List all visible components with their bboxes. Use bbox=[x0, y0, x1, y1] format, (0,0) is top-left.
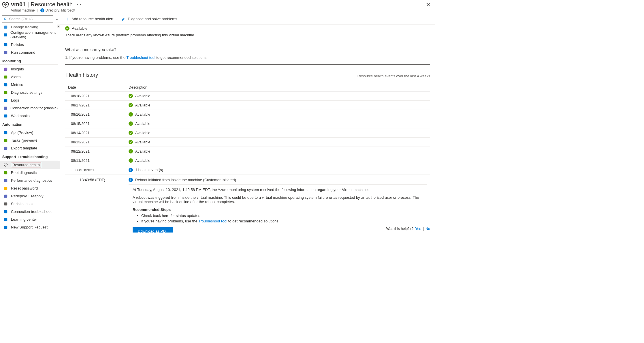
sidebar-item-label: Insights bbox=[11, 67, 24, 71]
directory-label: Directory: Microsoft bbox=[46, 8, 75, 12]
search-input[interactable] bbox=[9, 17, 51, 21]
svg-rect-5 bbox=[4, 51, 7, 54]
plus-icon bbox=[65, 17, 69, 21]
sidebar: « ▴ Change trackingConfiguration managem… bbox=[0, 14, 60, 233]
svg-rect-6 bbox=[4, 68, 7, 71]
status-description: There aren't any known Azure platform pr… bbox=[65, 33, 430, 37]
history-row[interactable]: 08/17/2021Available bbox=[65, 101, 430, 110]
sidebar-item-new-support[interactable]: New Support Request bbox=[0, 223, 60, 231]
download-pdf-button[interactable]: Download as PDF bbox=[133, 227, 173, 233]
nav-item-icon bbox=[3, 202, 8, 206]
history-status: Available bbox=[126, 138, 430, 147]
svg-rect-23 bbox=[4, 226, 7, 229]
check-icon bbox=[129, 149, 133, 153]
history-status: Available bbox=[126, 110, 430, 119]
chevron-down-icon: ⌄ bbox=[71, 168, 74, 172]
actions-heading: What actions can you take? bbox=[65, 47, 430, 52]
sidebar-item-logs[interactable]: Logs bbox=[0, 96, 60, 104]
close-button[interactable]: ✕ bbox=[424, 1, 432, 8]
sidebar-item-redeploy[interactable]: Redeploy + reapply bbox=[0, 192, 60, 200]
sidebar-item-api-preview[interactable]: Api (Preview) bbox=[0, 129, 60, 136]
history-row[interactable]: 08/11/2021Available bbox=[65, 156, 430, 165]
svg-rect-16 bbox=[4, 171, 7, 174]
event-paragraph-2: A reboot was triggered from inside the v… bbox=[133, 195, 427, 204]
history-summary: 1 health event(s) bbox=[135, 168, 163, 172]
sidebar-item-export-template[interactable]: Export template bbox=[0, 144, 60, 152]
recommended-steps-heading: Recommended Steps bbox=[133, 207, 427, 212]
nav-item-icon bbox=[3, 91, 8, 95]
history-date: 08/16/2021 bbox=[65, 110, 126, 119]
event-paragraph-1: At Tuesday, August 10, 2021, 1:49:58 PM … bbox=[133, 188, 427, 192]
history-row[interactable]: 08/15/2021Available bbox=[65, 119, 430, 128]
collapse-sidebar-button[interactable]: « bbox=[56, 17, 58, 21]
svg-rect-19 bbox=[4, 194, 7, 198]
nav-item-icon bbox=[3, 210, 8, 214]
history-row[interactable]: 08/14/2021Available bbox=[65, 128, 430, 138]
sidebar-search[interactable] bbox=[2, 15, 53, 23]
troubleshoot-tool-link[interactable]: Troubleshoot tool bbox=[198, 219, 227, 223]
sidebar-item-label: Workbooks bbox=[11, 114, 30, 118]
history-date: 08/13/2021 bbox=[65, 138, 126, 147]
sidebar-item-insights[interactable]: Insights bbox=[0, 65, 60, 73]
health-history-table: Date Description 08/18/2021Available08/1… bbox=[65, 83, 430, 175]
diagnose-solve-button[interactable]: Diagnose and solve problems bbox=[121, 17, 177, 21]
nav-item-icon bbox=[3, 186, 8, 190]
history-row-expanded[interactable]: ⌄08/10/2021i1 health event(s) bbox=[65, 165, 430, 175]
sidebar-nav[interactable]: Change trackingConfiguration management … bbox=[0, 25, 60, 233]
feedback-no-link[interactable]: No bbox=[425, 227, 430, 231]
sidebar-item-resource-health[interactable]: Resource health bbox=[0, 161, 60, 169]
sidebar-item-run-command[interactable]: Run command bbox=[0, 48, 60, 56]
wrench-icon bbox=[121, 17, 125, 21]
svg-rect-17 bbox=[4, 179, 7, 182]
history-row[interactable]: 08/12/2021Available bbox=[65, 147, 430, 156]
feedback-yes-link[interactable]: Yes bbox=[415, 227, 421, 231]
nav-item-icon bbox=[3, 33, 7, 37]
history-row[interactable]: 08/18/2021Available bbox=[65, 91, 430, 101]
event-time: 13:49:58 (EDT) bbox=[80, 178, 105, 182]
info-icon: i bbox=[40, 8, 44, 12]
nav-item-icon bbox=[3, 43, 8, 47]
svg-rect-12 bbox=[4, 114, 7, 117]
more-actions-button[interactable]: ⋯ bbox=[77, 2, 81, 7]
check-icon bbox=[129, 94, 133, 98]
vm-name: vm01 bbox=[11, 1, 26, 8]
add-resource-health-alert-button[interactable]: Add resource health alert bbox=[65, 17, 113, 21]
svg-rect-7 bbox=[4, 75, 7, 78]
sidebar-item-conn-troubleshoot[interactable]: Connection troubleshoot bbox=[0, 208, 60, 215]
svg-rect-21 bbox=[4, 210, 7, 213]
svg-rect-8 bbox=[4, 83, 7, 86]
cmd-label: Add resource health alert bbox=[71, 17, 113, 21]
sidebar-item-diag-settings[interactable]: Diagnostic settings bbox=[0, 89, 60, 96]
sidebar-item-serial-console[interactable]: Serial console bbox=[0, 200, 60, 208]
status-state: Available bbox=[72, 26, 88, 31]
nav-item-icon bbox=[3, 146, 8, 150]
health-history-subtitle: Resource health events over the last 4 w… bbox=[357, 74, 430, 78]
history-date: 08/17/2021 bbox=[65, 101, 126, 110]
history-row[interactable]: 08/16/2021Available bbox=[65, 110, 430, 119]
sidebar-item-workbooks[interactable]: Workbooks bbox=[0, 112, 60, 120]
nav-item-icon bbox=[3, 75, 8, 79]
sidebar-item-label: Metrics bbox=[11, 83, 23, 87]
sidebar-item-policies[interactable]: Policies bbox=[0, 41, 60, 48]
sidebar-item-label: Tasks (preview) bbox=[11, 138, 37, 143]
search-icon bbox=[4, 17, 7, 21]
sidebar-item-boot-diag[interactable]: Boot diagnostics bbox=[0, 169, 60, 177]
sidebar-group: Monitoring bbox=[0, 56, 58, 65]
sidebar-item-label: Learning center bbox=[11, 217, 37, 222]
check-icon bbox=[129, 140, 133, 144]
troubleshoot-tool-link[interactable]: Troubleshoot tool bbox=[127, 55, 155, 60]
svg-rect-14 bbox=[4, 139, 7, 142]
sidebar-item-config-mgmt[interactable]: Configuration management (Preview) bbox=[0, 29, 60, 41]
sidebar-item-metrics[interactable]: Metrics bbox=[0, 81, 60, 89]
history-row[interactable]: 08/13/2021Available bbox=[65, 138, 430, 147]
sidebar-item-reset-pwd[interactable]: Reset password bbox=[0, 184, 60, 192]
nav-item-icon bbox=[3, 138, 8, 143]
sidebar-item-tasks-preview[interactable]: Tasks (preview) bbox=[0, 136, 60, 144]
sidebar-item-label: Run command bbox=[11, 50, 35, 55]
sidebar-item-learning-center[interactable]: Learning center bbox=[0, 215, 60, 223]
sidebar-item-alerts[interactable]: Alerts bbox=[0, 73, 60, 81]
sidebar-item-change-tracking[interactable]: Change tracking bbox=[0, 25, 60, 29]
sidebar-item-perf-diag[interactable]: Performance diagnostics bbox=[0, 177, 60, 184]
sidebar-item-label: Policies bbox=[11, 42, 24, 47]
sidebar-item-conn-monitor[interactable]: Connection monitor (classic) bbox=[0, 104, 60, 112]
